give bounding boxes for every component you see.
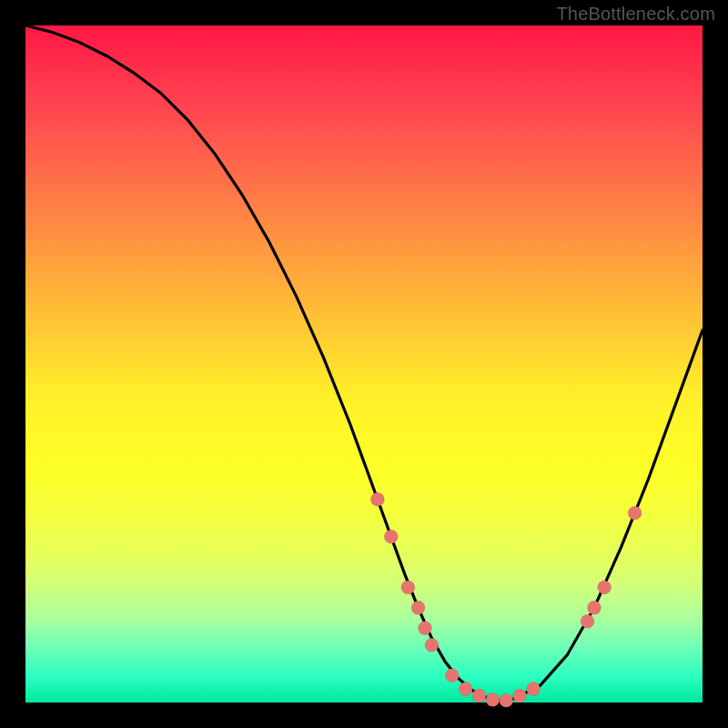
data-marker xyxy=(587,601,601,614)
data-marker xyxy=(384,530,398,543)
data-marker xyxy=(513,689,527,703)
data-marker xyxy=(370,492,384,506)
chart-svg xyxy=(25,25,703,703)
data-marker xyxy=(527,682,541,696)
data-marker xyxy=(459,682,472,696)
data-marker xyxy=(418,622,431,635)
data-marker xyxy=(425,638,439,652)
data-marker xyxy=(401,581,415,594)
curve-line xyxy=(25,25,703,701)
markers xyxy=(370,492,642,707)
watermark: TheBottleneck.com xyxy=(556,4,715,25)
data-marker xyxy=(411,601,425,614)
data-marker xyxy=(500,693,513,707)
data-marker xyxy=(472,689,486,703)
data-marker xyxy=(445,669,459,682)
data-marker xyxy=(598,581,612,594)
data-marker xyxy=(581,614,594,628)
data-marker xyxy=(628,506,642,520)
data-marker xyxy=(486,693,500,707)
plot-area xyxy=(25,25,703,703)
